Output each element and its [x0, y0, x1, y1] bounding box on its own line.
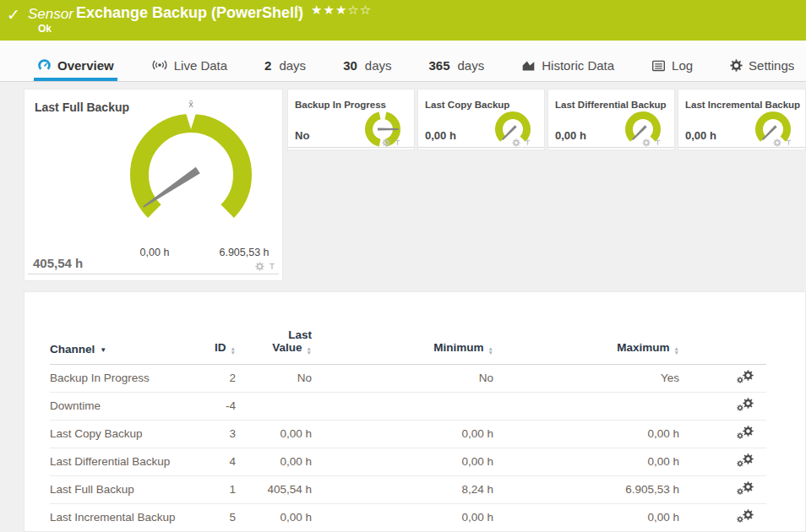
channel-settings-icon[interactable] — [737, 481, 754, 495]
gauge-min-label: 0,00 h — [121, 247, 188, 258]
gauge-panel-last-incremental-backup[interactable]: Last Incremental Backup 0,00 h — [678, 89, 806, 150]
table-row: Last Full Backup 1 405,54 h 8,24 h 6.905… — [50, 475, 766, 503]
gear-icon[interactable] — [773, 138, 781, 147]
channel-id-cell: 3 — [215, 420, 236, 448]
table-row: Last Differential Backup 4 0,00 h 0,00 h… — [50, 448, 766, 475]
gauge-panel-backup-in-progress[interactable]: Backup In Progress No — [287, 89, 415, 150]
channel-name-cell: Last Incremental Backup — [50, 503, 215, 531]
sort-arrows-icon: ▲▼ — [488, 346, 493, 356]
maximum-cell: 0,00 h — [493, 448, 679, 475]
gauge-panel-last-full-backup[interactable]: Last Full Backup x̄ 0,00 h 6.905,53 h 40… — [24, 89, 283, 281]
last-value-cell — [236, 392, 312, 420]
log-list-icon — [651, 58, 666, 73]
tab-30-days[interactable]: 30 days — [340, 41, 395, 81]
panel-divider — [418, 147, 544, 148]
priority-flag-icon[interactable]: ⚐ — [294, 3, 304, 16]
minimum-cell: 8,24 h — [312, 475, 493, 503]
table-row: Last Incremental Backup 5 0,00 h 0,00 h … — [50, 503, 766, 531]
channel-name-cell: Downtime — [50, 392, 215, 420]
minimum-cell: No — [312, 364, 493, 392]
channel-id-cell: 5 — [215, 503, 236, 531]
panel-divider — [678, 147, 805, 148]
gauge-row: Last Full Backup x̄ 0,00 h 6.905,53 h 40… — [24, 89, 806, 281]
channel-settings-icon[interactable] — [737, 370, 754, 383]
channel-settings-icon[interactable] — [737, 426, 754, 439]
gauge-icon — [37, 58, 52, 73]
status-ok-check-icon: ✓ — [7, 5, 20, 24]
gauge-panel-last-differential-backup[interactable]: Last Differential Backup 0,00 h — [547, 89, 675, 150]
maximum-cell: Yes — [493, 364, 679, 392]
channel-settings-icon[interactable] — [737, 453, 754, 467]
tab-historic-data[interactable]: Historic Data — [518, 41, 618, 81]
table-row: Backup In Progress 2 No No Yes — [50, 364, 766, 392]
gear-icon[interactable] — [382, 138, 390, 147]
channel-id-cell: -4 — [215, 392, 236, 420]
panel-divider — [28, 274, 279, 274]
channel-id-cell: 1 — [215, 475, 236, 503]
gear-icon[interactable] — [642, 138, 651, 147]
last-value-cell: 0,00 h — [236, 420, 312, 448]
table-row: Downtime -4 — [50, 392, 766, 420]
pin-icon[interactable] — [524, 138, 531, 147]
maximum-cell: 0,00 h — [493, 420, 679, 448]
channel-settings-icon[interactable] — [737, 398, 754, 411]
last-value-cell: 0,00 h — [236, 448, 312, 475]
minimum-cell: 0,00 h — [312, 503, 493, 531]
historic-chart-icon — [521, 58, 536, 73]
sort-arrows-icon: ▲▼ — [674, 346, 679, 356]
panel-divider — [288, 147, 414, 148]
column-header-id[interactable]: ID▲▼ — [215, 292, 236, 364]
panel-divider — [548, 147, 674, 148]
sensor-title: Exchange Backup (PowerShell) — [76, 4, 303, 22]
channel-settings-icon[interactable] — [737, 509, 754, 523]
tab-live-data[interactable]: Live Data — [148, 41, 231, 81]
column-header-channel[interactable]: Channel▼ — [50, 292, 215, 364]
minimum-cell: 0,00 h — [312, 448, 493, 475]
last-value-cell: No — [236, 364, 312, 392]
gauge-value: 0,00 h — [685, 129, 716, 142]
channel-id-cell: 2 — [215, 364, 236, 392]
maximum-cell — [493, 392, 679, 420]
tab-overview[interactable]: Overview — [34, 41, 117, 81]
tab-settings[interactable]: Settings — [727, 41, 798, 81]
maximum-cell: 6.905,53 h — [493, 475, 679, 503]
tab-bar: Overview Live Data 2 days 30 days 365 da… — [0, 41, 806, 82]
gauge-value: 405,54 h — [33, 256, 83, 270]
gauge-panel-last-copy-backup[interactable]: Last Copy Backup 0,00 h — [417, 89, 545, 150]
maximum-cell: 0,00 h — [493, 503, 679, 531]
column-header-last-value[interactable]: Last Value▲▼ — [236, 292, 312, 364]
pin-icon[interactable] — [785, 138, 792, 147]
tab-365-days[interactable]: 365 days — [426, 41, 488, 81]
table-header-row: Channel▼ ID▲▼ Last Value▲▼ Minimum▲▼ Max… — [50, 292, 766, 364]
pin-icon[interactable] — [654, 138, 662, 147]
tab-2-days[interactable]: 2 days — [261, 41, 309, 81]
pin-icon[interactable] — [394, 138, 401, 147]
pin-icon[interactable] — [268, 262, 276, 271]
column-header-minimum[interactable]: Minimum▲▼ — [312, 292, 493, 364]
gauge-max-label: 6.905,53 h — [205, 247, 283, 258]
channel-id-cell: 4 — [215, 448, 236, 475]
column-header-settings — [679, 292, 766, 364]
object-kind-label: Sensor — [28, 6, 74, 23]
minimum-cell — [312, 392, 493, 420]
gear-icon — [730, 59, 743, 72]
priority-stars[interactable]: ★★★☆☆ — [311, 3, 372, 18]
last-value-cell: 405,54 h — [236, 475, 312, 503]
sort-arrows-icon: ▲▼ — [307, 346, 312, 356]
last-value-cell: 0,00 h — [236, 503, 312, 531]
live-data-icon — [151, 57, 168, 73]
gauge-value: 0,00 h — [425, 129, 456, 142]
sort-caret-icon: ▼ — [100, 346, 106, 354]
gauge-value: No — [295, 129, 309, 142]
channel-name-cell: Last Copy Backup — [50, 420, 215, 448]
gauge-value: 0,00 h — [555, 129, 586, 142]
tab-log[interactable]: Log — [648, 41, 696, 81]
column-header-maximum[interactable]: Maximum▲▼ — [493, 292, 679, 364]
channel-name-cell: Last Differential Backup — [50, 448, 215, 475]
gear-icon[interactable] — [255, 262, 264, 271]
sort-arrows-icon: ▲▼ — [231, 346, 236, 356]
gear-icon[interactable] — [512, 138, 520, 147]
minimum-cell: 0,00 h — [312, 420, 493, 448]
sensor-header: ✓ Sensor Exchange Backup (PowerShell) ⚐ … — [0, 0, 806, 41]
channel-table: Channel▼ ID▲▼ Last Value▲▼ Minimum▲▼ Max… — [50, 292, 766, 532]
